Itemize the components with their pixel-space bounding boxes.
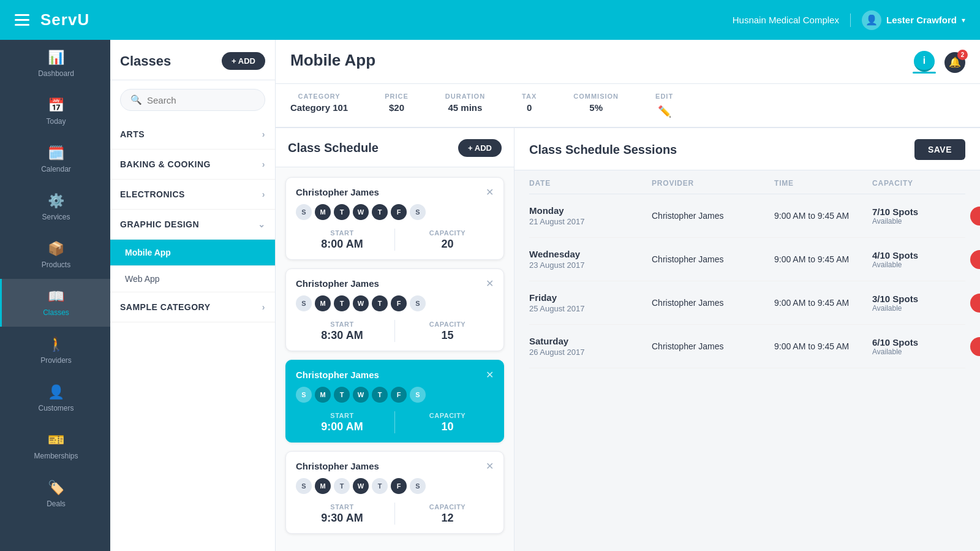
delete-button-3[interactable]: 🗑 DELETE <box>970 294 980 313</box>
day-pill-w: W <box>353 387 369 403</box>
sidebar-item-deals[interactable]: 🏷️ Deals <box>0 470 110 518</box>
delete-button-4[interactable]: 🗑 DELETE <box>970 337 980 356</box>
sidebar-item-memberships[interactable]: 🎫 Memberships <box>0 422 110 470</box>
card-3-start: START 9:00 AM <box>296 412 388 433</box>
table-row: Wednesday 23 August 2017 Christopher Jam… <box>529 238 965 281</box>
th-date: DATE <box>529 179 652 188</box>
sidebar-item-today[interactable]: 📅 Today <box>0 88 110 135</box>
sidebar-label-today: Today <box>46 117 66 126</box>
header-left: ServU <box>15 10 89 29</box>
card-4-close-icon[interactable]: ✕ <box>486 460 494 472</box>
meta-duration: DURATION 45 mins <box>445 93 485 118</box>
chevron-right-icon: › <box>262 129 265 139</box>
active-underline <box>913 72 936 74</box>
card-2-capacity-label: CAPACITY <box>429 321 466 328</box>
meta-category: CATEGORY Category 101 <box>290 93 348 118</box>
search-input[interactable] <box>147 95 255 105</box>
day-pill-s: S <box>296 478 312 494</box>
info-button[interactable]: i <box>914 51 935 72</box>
sessions-header: Class Schedule Sessions SAVE <box>514 128 980 170</box>
day-pill-f: F <box>391 478 407 494</box>
notifications-button[interactable]: 🔔 2 <box>944 52 965 73</box>
sidebar-item-products[interactable]: 📦 Products <box>0 231 110 279</box>
meta-edit[interactable]: EDIT ✏️ <box>655 93 673 118</box>
td-spots-2: 4/10 Spots Available <box>872 250 970 269</box>
sidebar-item-calendar[interactable]: 🗓️ Calendar <box>0 135 110 183</box>
card-3-capacity-label: CAPACITY <box>429 412 466 419</box>
day-pill-t: T <box>334 387 350 403</box>
schedule-card-1[interactable]: Christopher James ✕ S M T W T F S <box>285 177 504 260</box>
sidebar-item-customers[interactable]: 👤 Customers <box>0 374 110 422</box>
sidebar-item-dashboard[interactable]: 📊 Dashboard <box>0 40 110 88</box>
add-schedule-button[interactable]: + ADD <box>458 139 502 157</box>
td-date-1: Monday 21 August 2017 <box>529 205 652 226</box>
edit-icon[interactable]: ✏️ <box>658 105 671 118</box>
td-time-4: 9:00 AM to 9:45 AM <box>774 341 872 351</box>
date-day-2: Wednesday <box>529 249 652 259</box>
card-2-start-label: START <box>330 321 353 328</box>
category-sample[interactable]: SAMPLE CATEGORY › <box>110 292 275 322</box>
category-graphic-design[interactable]: GRAPHIC DESIGN ⌄ <box>110 210 275 240</box>
app-title: Mobile App <box>290 51 375 80</box>
delete-button-1[interactable]: 🗑 DELETE <box>970 207 980 226</box>
header-divider <box>850 13 851 27</box>
sidebar-label-calendar: Calendar <box>41 165 71 173</box>
hamburger-menu[interactable] <box>15 14 29 26</box>
sub-item-web-app[interactable]: Web App <box>110 266 275 292</box>
card-1-days: S M T W T F S <box>296 204 494 220</box>
sidebar-item-services[interactable]: ⚙️ Services <box>0 183 110 231</box>
date-full-1: 21 August 2017 <box>529 217 652 226</box>
card-1-close-icon[interactable]: ✕ <box>486 186 494 198</box>
category-electronics[interactable]: ELECTRONICS › <box>110 180 275 210</box>
sidebar-label-products: Products <box>42 260 70 269</box>
day-pill-w: W <box>353 204 369 220</box>
meta-tax: TAX 0 <box>522 93 537 118</box>
td-action-4: 🗑 DELETE <box>970 337 980 356</box>
card-2-divider <box>394 320 395 342</box>
classes-add-button[interactable]: + ADD <box>222 52 265 70</box>
date-full-2: 23 August 2017 <box>529 260 652 270</box>
chevron-down-icon: ⌄ <box>258 219 266 229</box>
schedule-card-2[interactable]: Christopher James ✕ S M T W T F S <box>285 268 504 351</box>
category-baking-label: BAKING & COOKING <box>120 159 211 169</box>
services-icon: ⚙️ <box>48 193 64 209</box>
schedule-card-3[interactable]: Christopher James ✕ S M T W T F S <box>285 360 504 443</box>
card-3-close-icon[interactable]: ✕ <box>486 369 494 381</box>
day-pill-th: T <box>372 387 388 403</box>
delete-button-2[interactable]: 🗑 DELETE <box>970 250 980 269</box>
card-4-details: START 9:30 AM CAPACITY 12 <box>296 503 494 525</box>
user-info[interactable]: 👤 Lester Crawford ▾ <box>862 10 965 30</box>
card-1-capacity: CAPACITY 20 <box>401 229 494 251</box>
today-icon: 📅 <box>48 97 64 113</box>
sidebar-item-classes[interactable]: 📖 Classes <box>0 279 110 327</box>
sub-item-mobile-app[interactable]: Mobile App <box>110 240 275 266</box>
sidebar-item-providers[interactable]: 🚶 Providers <box>0 327 110 374</box>
table-row: Friday 25 August 2017 Christopher James … <box>529 281 965 325</box>
classes-title: Classes <box>120 53 171 69</box>
card-4-divider <box>394 503 395 525</box>
day-pill-th: T <box>372 478 388 494</box>
notification-badge: 2 <box>957 50 968 60</box>
save-button[interactable]: SAVE <box>914 139 965 160</box>
day-pill-w: W <box>353 295 369 311</box>
day-pill-s: S <box>296 387 312 403</box>
providers-icon: 🚶 <box>48 336 64 352</box>
sidebar-label-providers: Providers <box>40 356 72 365</box>
category-baking[interactable]: BAKING & COOKING › <box>110 150 275 180</box>
card-3-capacity: CAPACITY 10 <box>401 412 494 433</box>
classes-icon: 📖 <box>48 289 64 305</box>
schedule-card-4[interactable]: Christopher James ✕ S M T W T F S <box>285 451 504 534</box>
meta-price-label: PRICE <box>385 93 409 100</box>
card-3-header: Christopher James ✕ <box>296 369 494 381</box>
category-arts[interactable]: ARTS › <box>110 120 275 150</box>
logo: ServU <box>40 10 89 29</box>
card-3-divider <box>394 411 395 433</box>
search-bar[interactable]: 🔍 <box>120 89 265 111</box>
deals-icon: 🏷️ <box>48 480 64 496</box>
day-pill-th: T <box>372 204 388 220</box>
classes-panel: Classes + ADD 🔍 ARTS › BAKING & COOKING … <box>110 40 276 551</box>
card-2-close-icon[interactable]: ✕ <box>486 278 494 289</box>
app-header: Mobile App i 🔔 2 <box>276 40 980 84</box>
day-pill-th: T <box>372 295 388 311</box>
td-date-4: Saturday 26 August 2017 <box>529 336 652 357</box>
